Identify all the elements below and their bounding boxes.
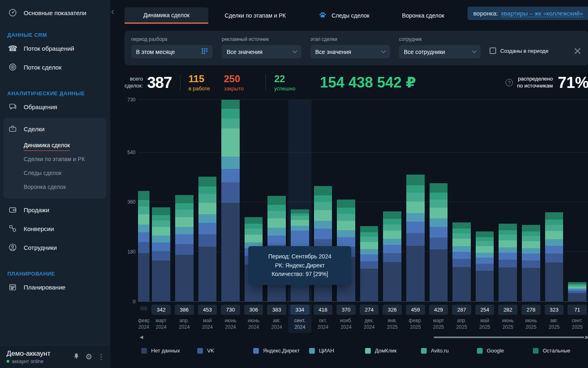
bar-segment[interactable]	[221, 100, 240, 109]
deal-stage-select[interactable]: Все значения	[310, 45, 390, 58]
bar-segment[interactable]	[522, 236, 540, 241]
sidebar-item-main-indicators[interactable]: Основные показатели	[7, 7, 110, 18]
bar-segment[interactable]	[499, 260, 517, 267]
bar-segment[interactable]	[360, 254, 379, 261]
bar-segment[interactable]	[476, 237, 494, 241]
bar-segment[interactable]	[499, 267, 517, 302]
bar-segment[interactable]	[430, 238, 448, 249]
bar-segment[interactable]	[314, 229, 332, 239]
bar-segment[interactable]	[245, 235, 263, 242]
bar-segment[interactable]	[406, 185, 425, 193]
bar-segment[interactable]	[430, 208, 448, 218]
bar-segment[interactable]	[430, 218, 448, 227]
bar-segment[interactable]	[291, 226, 309, 231]
bar-segment[interactable]	[175, 255, 194, 302]
bar-segment[interactable]	[138, 200, 149, 206]
bar-segment[interactable]	[452, 229, 471, 233]
bar-segment[interactable]	[221, 157, 240, 168]
bar-segment[interactable]	[198, 186, 217, 194]
sidebar-item[interactable]: ☎Поток обращений	[0, 39, 110, 58]
bar-segment[interactable]	[545, 246, 564, 254]
legend-item[interactable]: Google	[477, 348, 533, 354]
bar-segment[interactable]	[452, 259, 471, 267]
bar-segment[interactable]	[545, 239, 564, 246]
bar-segment[interactable]	[360, 237, 379, 242]
bar-column[interactable]	[566, 100, 588, 302]
bar-segment[interactable]	[430, 227, 448, 238]
bar-column[interactable]	[427, 100, 450, 302]
bar-segment[interactable]	[452, 222, 471, 229]
bar-segment[interactable]	[245, 217, 263, 224]
bar-column[interactable]	[473, 100, 497, 302]
gear-icon[interactable]: ⚙	[85, 352, 92, 361]
bar-segment[interactable]	[383, 224, 401, 231]
tab-item[interactable]: Следы сделок	[302, 7, 386, 24]
bar-segment[interactable]	[406, 202, 425, 213]
bar-segment[interactable]	[221, 203, 240, 302]
bar-column[interactable]	[219, 100, 242, 302]
bar-segment[interactable]	[314, 195, 332, 202]
bar-segment[interactable]	[175, 210, 194, 217]
bar-segment[interactable]	[138, 191, 149, 200]
bar-segment[interactable]	[406, 175, 425, 185]
bar-segment[interactable]	[383, 253, 401, 262]
bar-column[interactable]	[519, 100, 543, 302]
bar-segment[interactable]	[152, 220, 170, 227]
bar-segment[interactable]	[314, 221, 332, 229]
legend-item[interactable]: VK	[197, 348, 253, 354]
bar-segment[interactable]	[152, 251, 170, 260]
bar-segment[interactable]	[476, 231, 494, 237]
bar-segment[interactable]	[198, 247, 217, 302]
bar-segment[interactable]	[360, 226, 379, 233]
bar-segment[interactable]	[545, 225, 564, 231]
bar-segment[interactable]	[198, 177, 217, 186]
bar-segment[interactable]	[452, 239, 471, 246]
bar-segment[interactable]	[568, 293, 586, 302]
sidebar-item[interactable]: Поток сделок	[0, 58, 110, 76]
bar-segment[interactable]	[452, 252, 471, 259]
sidebar-item[interactable]: Планирование	[0, 278, 110, 296]
sidebar-subitem[interactable]: Следы сделок	[3, 166, 106, 180]
bar-segment[interactable]	[221, 169, 240, 182]
bar-segment[interactable]	[221, 119, 240, 128]
bar-segment[interactable]	[476, 258, 494, 264]
bar-segment[interactable]	[152, 260, 170, 302]
bar-segment[interactable]	[175, 227, 194, 234]
bar-segment[interactable]	[221, 182, 240, 203]
bar-segment[interactable]	[522, 231, 540, 236]
bar-segment[interactable]	[291, 209, 309, 213]
bar-segment[interactable]	[383, 239, 401, 245]
bar-segment[interactable]	[138, 206, 149, 214]
bar-segment[interactable]	[522, 248, 540, 254]
bar-column[interactable]	[138, 100, 149, 302]
bar-segment[interactable]	[198, 194, 217, 203]
bar-segment[interactable]	[245, 224, 263, 229]
bar-segment[interactable]	[430, 249, 448, 302]
bar-segment[interactable]	[314, 186, 332, 195]
bar-segment[interactable]	[383, 211, 401, 219]
bar-segment[interactable]	[198, 223, 217, 234]
tab-active[interactable]: Динамика сделок	[125, 7, 208, 24]
bar-segment[interactable]	[138, 242, 149, 253]
bar-segment[interactable]	[175, 217, 194, 227]
bar-segment[interactable]	[545, 212, 564, 220]
bar-segment[interactable]	[476, 271, 494, 302]
bar-segment[interactable]	[383, 245, 401, 253]
bar-segment[interactable]	[138, 253, 149, 302]
bar-segment[interactable]	[267, 205, 286, 211]
bar-segment[interactable]	[198, 203, 217, 214]
bar-segment[interactable]	[360, 232, 379, 237]
scroll-right-icon[interactable]: ▶	[586, 334, 588, 340]
bar-segment[interactable]	[499, 247, 517, 253]
checkbox-icon[interactable]	[490, 47, 496, 54]
bar-segment[interactable]	[545, 254, 564, 263]
funnel-value-link[interactable]: квартиры – жк «коллежский»	[501, 10, 584, 17]
bar-segment[interactable]	[337, 237, 355, 246]
bar-segment[interactable]	[152, 207, 170, 215]
sidebar-subitem[interactable]: Динамика сделок	[3, 138, 106, 152]
bar-segment[interactable]	[360, 249, 379, 254]
bar-segment[interactable]	[198, 234, 217, 247]
bar-segment[interactable]	[198, 214, 217, 223]
bar-segment[interactable]	[360, 269, 379, 302]
bar-segment[interactable]	[499, 240, 517, 247]
